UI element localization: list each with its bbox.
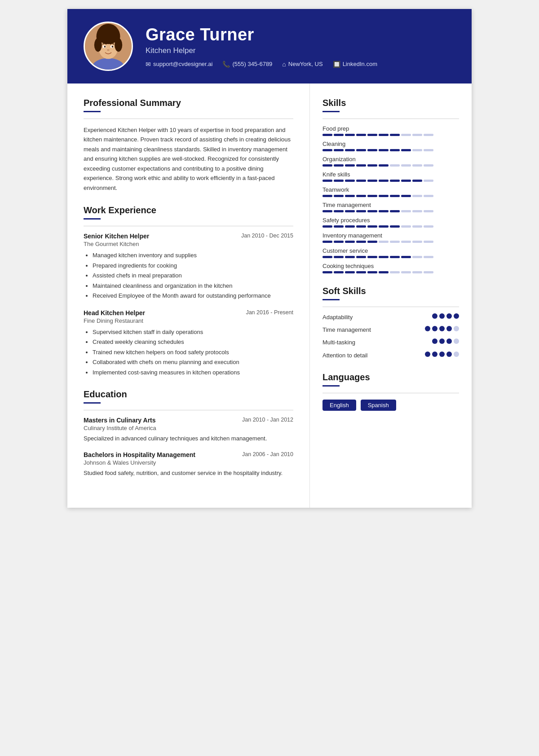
skill-bar-filled [412,180,422,182]
skill-item: Safety procedures [323,217,459,228]
skill-bar-empty [412,149,422,151]
skill-bar-filled [356,134,366,136]
job-1-dates: Jan 2010 - Dec 2015 [241,233,293,239]
skill-bar-filled [323,164,332,167]
skill-bar-filled [390,134,400,136]
list-item: Managed kitchen inventory and supplies [93,251,293,260]
skill-bar-filled [334,271,344,273]
summary-section: Professional Summary Experienced Kitchen… [84,98,293,193]
skill-bar-empty [412,256,422,258]
skill-bar-filled [345,149,355,151]
soft-skill-name: Attention to detail [323,352,367,360]
job-1: Senior Kitchen Helper Jan 2010 - Dec 201… [84,233,293,300]
summary-divider [84,119,293,119]
skill-bar-filled [390,256,400,258]
skill-bar-filled [345,180,355,182]
soft-skill-item: Multi-tasking [323,338,459,347]
skill-name: Safety procedures [323,217,459,224]
edu-2-desc: Studied food safety, nutrition, and cust… [84,469,293,478]
avatar [84,22,133,71]
skill-bars [323,225,459,228]
skill-item: Food prep [323,125,459,136]
skill-bar-filled [345,134,355,136]
list-item: Implemented cost-saving measures in kitc… [93,368,293,377]
skill-name: Cleaning [323,141,459,147]
contact-email: ✉ support@cvdesigner.ai [146,61,212,68]
resume-page: Grace Turner Kitchen Helper ✉ support@cv… [67,9,472,508]
skill-bar-filled [390,225,400,228]
svg-point-12 [107,49,110,51]
skill-bar-empty [424,256,433,258]
svg-point-10 [104,46,106,48]
skill-item: Inventory management [323,232,459,243]
skill-bar-empty [401,241,411,243]
dot-filled [432,326,437,331]
skill-bar-filled [379,180,389,182]
skill-item: Customer service [323,247,459,258]
education-divider [84,410,293,410]
soft-skill-item: Time management [323,326,459,334]
skill-bar-empty [424,241,433,243]
skill-bar-filled [367,256,377,258]
skill-bar-empty [401,225,411,228]
left-column: Professional Summary Experienced Kitchen… [67,84,310,508]
edu-1-desc: Specialized in advanced culinary techniq… [84,434,293,443]
soft-skill-name: Multi-tasking [323,338,355,347]
skill-name: Organization [323,156,459,163]
dot-empty [454,326,459,331]
skill-name: Teamwork [323,186,459,193]
education-title: Education [84,389,293,400]
experience-section: Work Experience Senior Kitchen Helper Ja… [84,205,293,377]
edu-1-dates: Jan 2010 - Jan 2012 [242,417,293,423]
skills-title: Skills [323,98,459,108]
svg-point-6 [94,38,102,52]
edu-1-degree: Masters in Culinary Arts [84,417,156,424]
list-item: Maintained cleanliness and organization … [93,281,293,290]
skill-bar-filled [390,149,400,151]
skill-bar-empty [424,149,433,151]
skill-bar-filled [334,164,344,167]
list-item: Assisted chefs in meal preparation [93,271,293,280]
soft-skills-title: Soft Skills [323,286,459,296]
contact-linkedin: 🔲 LinkedIn.com [333,61,377,68]
skill-name: Knife skills [323,171,459,178]
dot-filled [446,313,452,319]
skill-bar-empty [390,271,400,273]
skill-bar-filled [323,256,332,258]
list-item: Supervised kitchen staff in daily operat… [93,328,293,337]
header-contacts: ✉ support@cvdesigner.ai 📞 (555) 345-6789… [146,61,455,68]
skill-bar-empty [379,241,389,243]
skill-bar-empty [412,195,422,197]
edu-1: Masters in Culinary Arts Jan 2010 - Jan … [84,417,293,443]
skill-bars [323,241,459,243]
skill-bar-filled [334,256,344,258]
dot-empty [454,338,459,344]
languages-title: Languages [323,372,459,382]
soft-skill-item: Adaptability [323,313,459,321]
languages-section: Languages EnglishSpanish [323,372,459,411]
skill-bar-filled [345,241,355,243]
skill-bar-filled [379,271,389,273]
dot-filled [432,352,437,357]
language-badge: English [323,400,356,411]
dot-filled [425,352,430,357]
soft-skill-dots [432,313,459,319]
skill-bar-filled [379,210,389,212]
linkedin-icon: 🔲 [333,61,340,68]
soft-skills-underline [323,299,340,300]
job-1-company: The Gourmet Kitchen [84,241,293,247]
skill-bar-filled [367,225,377,228]
skill-item: Organization [323,156,459,167]
location-icon: ⌂ [282,61,286,68]
soft-skill-dots [425,352,459,357]
list-item: Collaborated with chefs on menu planning… [93,358,293,367]
dot-filled [454,313,459,319]
skill-bar-filled [345,271,355,273]
skill-bar-filled [367,271,377,273]
skill-bars [323,149,459,151]
skill-bar-empty [412,210,422,212]
dot-filled [446,338,452,344]
dot-filled [425,326,430,331]
skill-bar-filled [356,164,366,167]
skill-bar-filled [323,149,332,151]
